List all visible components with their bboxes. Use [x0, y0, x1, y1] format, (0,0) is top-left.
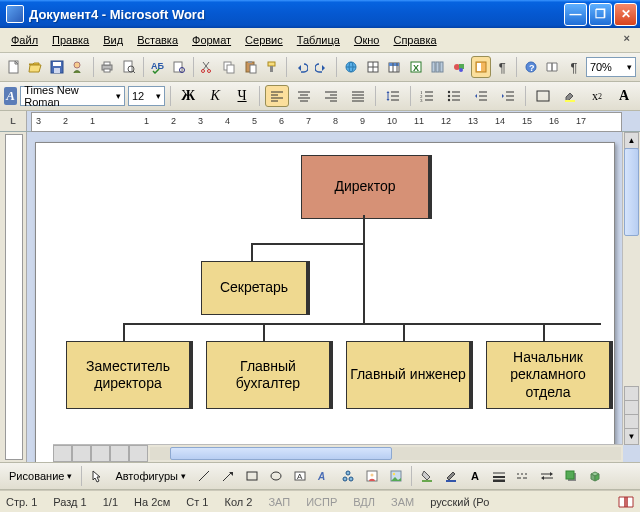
columns-button[interactable] [428, 56, 448, 78]
vscroll-thumb[interactable] [624, 148, 639, 236]
show-marks-button[interactable]: ¶ [493, 56, 513, 78]
tables-borders-button[interactable] [363, 56, 383, 78]
org-node-secretary[interactable]: Секретарь [201, 261, 310, 315]
autoshapes-menu[interactable]: Автофигуры ▾ [110, 470, 191, 482]
new-doc-button[interactable] [4, 56, 24, 78]
ruler-corner[interactable]: L [0, 111, 27, 131]
reading-mode-button[interactable] [543, 56, 563, 78]
open-button[interactable] [26, 56, 46, 78]
status-language[interactable]: русский (Ро [430, 496, 489, 508]
org-node-director[interactable]: Директор [301, 155, 432, 219]
org-node-account[interactable]: Главный бухгалтер [206, 341, 333, 409]
zoom-combo[interactable]: 70%▾ [586, 57, 636, 77]
align-right-button[interactable] [319, 85, 343, 107]
dash-style-button[interactable] [512, 465, 534, 487]
status-book-icon[interactable] [618, 495, 634, 509]
font-color-button-draw[interactable]: A [464, 465, 486, 487]
decrease-indent-button[interactable] [469, 85, 493, 107]
superscript-button[interactable]: x2 [585, 85, 609, 107]
menu-view[interactable]: Вид [96, 31, 130, 49]
styles-icon[interactable]: A [4, 87, 17, 105]
draw-menu[interactable]: Рисование ▾ [4, 470, 77, 482]
print-button[interactable] [97, 56, 117, 78]
clipart-button[interactable] [361, 465, 383, 487]
maximize-button[interactable]: ❐ [589, 3, 612, 26]
underline-button[interactable]: Ч [230, 85, 254, 107]
save-button[interactable] [47, 56, 67, 78]
status-ovr[interactable]: ЗАМ [391, 496, 414, 508]
status-rec[interactable]: ЗАП [268, 496, 290, 508]
highlight-button[interactable] [558, 85, 582, 107]
rectangle-button[interactable] [241, 465, 263, 487]
borders-button[interactable] [531, 85, 555, 107]
spellcheck-button[interactable]: AБВ [148, 56, 168, 78]
line-spacing-button[interactable] [381, 85, 405, 107]
undo-button[interactable] [291, 56, 311, 78]
diagram-button[interactable] [337, 465, 359, 487]
menu-window[interactable]: Окно [347, 31, 387, 49]
pilcrow-button[interactable]: ¶ [564, 56, 584, 78]
menu-insert[interactable]: Вставка [130, 31, 185, 49]
font-color-button[interactable]: A [612, 85, 636, 107]
line-style-button[interactable] [488, 465, 510, 487]
document-map-button[interactable] [471, 56, 491, 78]
menu-table[interactable]: Таблица [290, 31, 347, 49]
hscroll-thumb[interactable] [170, 447, 392, 460]
copy-button[interactable] [219, 56, 239, 78]
next-page-button[interactable] [624, 414, 639, 429]
menu-help[interactable]: Справка [386, 31, 443, 49]
drawing-toolbar-button[interactable] [449, 56, 469, 78]
cut-button[interactable] [198, 56, 218, 78]
wordart-button[interactable]: A [313, 465, 335, 487]
format-painter-button[interactable] [263, 56, 283, 78]
permissions-button[interactable] [69, 56, 89, 78]
web-view-button[interactable] [72, 445, 91, 462]
select-browse-button[interactable] [624, 400, 639, 415]
bold-button[interactable]: Ж [176, 85, 200, 107]
redo-button[interactable] [313, 56, 333, 78]
font-size-combo[interactable]: 12▾ [128, 86, 165, 106]
menu-edit[interactable]: Правка [45, 31, 96, 49]
insert-table-button[interactable] [384, 56, 404, 78]
prev-page-button[interactable] [624, 386, 639, 401]
org-node-deputy[interactable]: Заместитель директора [66, 341, 193, 409]
menu-service[interactable]: Сервис [238, 31, 290, 49]
close-button[interactable]: ✕ [614, 3, 637, 26]
align-center-button[interactable] [292, 85, 316, 107]
numbering-button[interactable]: 123 [415, 85, 439, 107]
scroll-down-button[interactable]: ▼ [624, 428, 639, 445]
textbox-button[interactable]: A [289, 465, 311, 487]
print-layout-view-button[interactable] [91, 445, 110, 462]
vertical-scrollbar[interactable]: ▲ ▼ [622, 132, 640, 445]
menu-format[interactable]: Формат [185, 31, 238, 49]
org-node-ads[interactable]: Начальник рекламного отдела [486, 341, 613, 409]
minimize-button[interactable]: — [564, 3, 587, 26]
menubar-close-icon[interactable]: × [624, 32, 630, 44]
font-combo[interactable]: Times New Roman▾ [20, 86, 125, 106]
vertical-ruler[interactable] [5, 134, 23, 460]
bullets-button[interactable] [442, 85, 466, 107]
line-button[interactable] [193, 465, 215, 487]
excel-button[interactable]: X [406, 56, 426, 78]
outline-view-button[interactable] [110, 445, 129, 462]
fill-color-button[interactable] [416, 465, 438, 487]
horizontal-ruler[interactable]: 3211234567891011121314151617 [31, 112, 622, 132]
3d-button[interactable] [584, 465, 606, 487]
scroll-up-button[interactable]: ▲ [624, 132, 639, 149]
paste-button[interactable] [241, 56, 261, 78]
help-button[interactable]: ? [521, 56, 541, 78]
menu-file[interactable]: Файл [4, 31, 45, 49]
arrow-style-button[interactable] [536, 465, 558, 487]
align-justify-button[interactable] [346, 85, 370, 107]
normal-view-button[interactable] [53, 445, 72, 462]
oval-button[interactable] [265, 465, 287, 487]
hyperlink-button[interactable] [341, 56, 361, 78]
status-ext[interactable]: ВДЛ [353, 496, 375, 508]
increase-indent-button[interactable] [496, 85, 520, 107]
shadow-button[interactable] [560, 465, 582, 487]
print-preview-button[interactable] [119, 56, 139, 78]
status-fix[interactable]: ИСПР [306, 496, 337, 508]
insert-picture-button[interactable] [385, 465, 407, 487]
reading-view-button[interactable] [129, 445, 148, 462]
line-color-button[interactable] [440, 465, 462, 487]
